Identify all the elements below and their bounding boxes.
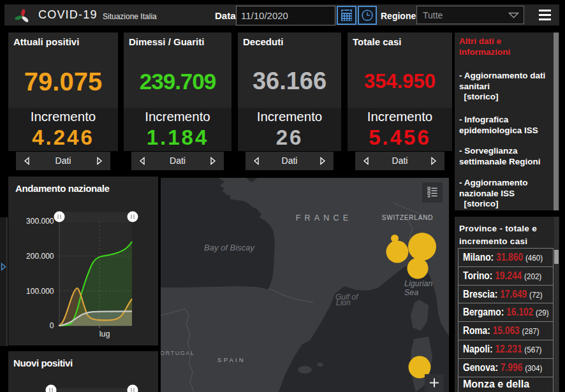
svg-text:Ligurian: Ligurian <box>404 279 433 288</box>
svg-text:100.000: 100.000 <box>26 287 54 296</box>
svg-text:SWITZERLAND: SWITZERLAND <box>382 214 433 221</box>
svg-text:Sea: Sea <box>404 288 418 297</box>
svg-text:ORTUGAL: ORTUGAL <box>161 350 195 356</box>
svg-text:0: 0 <box>50 321 54 330</box>
svg-text:200.000: 200.000 <box>26 252 54 261</box>
svg-text:300.000: 300.000 <box>26 217 54 226</box>
svg-text:SPAIN: SPAIN <box>217 356 246 363</box>
svg-text:Lion: Lion <box>336 298 351 307</box>
svg-text:Bay of Biscay: Bay of Biscay <box>204 243 255 252</box>
svg-text:FRANCE: FRANCE <box>296 214 353 222</box>
svg-text:lug: lug <box>99 330 110 338</box>
